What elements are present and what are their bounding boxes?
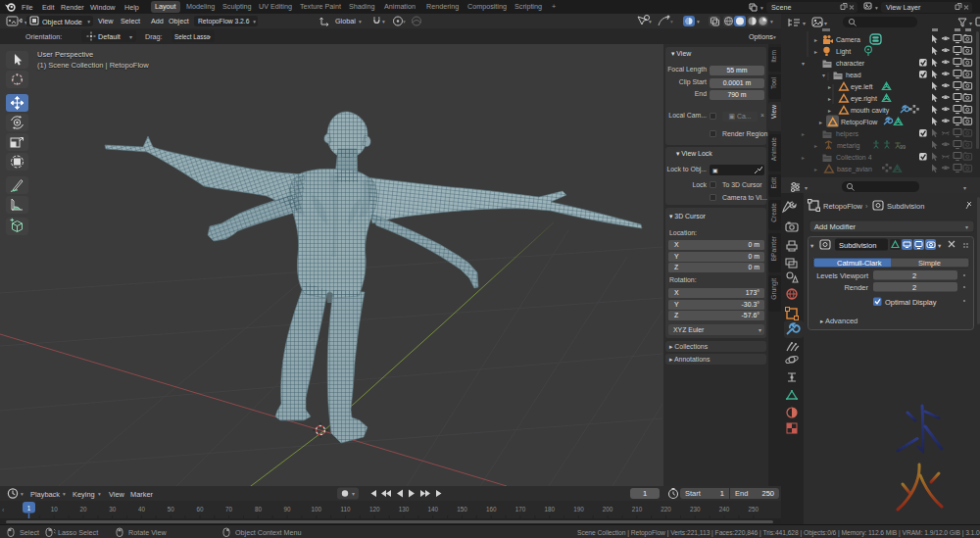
svg-text:Catmull-Clark: Catmull-Clark: [837, 259, 882, 268]
svg-text:20: 20: [79, 506, 87, 513]
svg-text:▸: ▸: [828, 96, 831, 102]
svg-text:220: 220: [661, 506, 671, 513]
svg-text:40: 40: [138, 506, 146, 513]
svg-text:character: character: [836, 60, 865, 67]
svg-text:▸: ▸: [814, 167, 817, 172]
svg-text:90: 90: [284, 506, 292, 513]
svg-text:›: ›: [865, 202, 868, 211]
svg-text:Add Modifier: Add Modifier: [814, 222, 857, 231]
svg-text:eye.right: eye.right: [851, 95, 877, 103]
svg-text:170: 170: [515, 506, 526, 513]
svg-text:180: 180: [544, 506, 555, 513]
svg-text:▸ Advanced: ▸ Advanced: [820, 317, 858, 325]
svg-text:Collection 4: Collection 4: [836, 154, 872, 161]
svg-text:▾: ▾: [760, 5, 763, 11]
svg-text:Levels Viewport: Levels Viewport: [816, 271, 869, 280]
svg-text:▸: ▸: [819, 120, 822, 125]
svg-text:head: head: [846, 72, 861, 78]
svg-text:▸: ▸: [814, 37, 817, 43]
svg-text:250: 250: [749, 506, 760, 513]
svg-text:RetopoFlow: RetopoFlow: [823, 202, 863, 211]
svg-text:80: 80: [255, 506, 263, 513]
svg-text:110: 110: [341, 506, 352, 513]
svg-text:30: 30: [109, 506, 117, 513]
svg-text:base_avian: base_avian: [837, 166, 872, 173]
svg-text:200: 200: [603, 506, 613, 513]
svg-text:100: 100: [312, 506, 322, 513]
svg-text:Camera: Camera: [836, 36, 860, 43]
svg-text:▾: ▾: [965, 224, 968, 230]
svg-text:▾: ▾: [352, 491, 355, 497]
svg-text:▾: ▾: [21, 491, 24, 497]
svg-text:▸: ▸: [802, 155, 805, 161]
svg-text:2: 2: [912, 283, 916, 292]
svg-text:10: 10: [51, 506, 59, 513]
svg-text:▸: ▸: [814, 143, 817, 149]
svg-text:130: 130: [399, 506, 410, 513]
svg-text:▾: ▾: [822, 73, 825, 78]
svg-text:140: 140: [427, 506, 438, 513]
svg-text:Simple: Simple: [918, 259, 941, 268]
svg-text:Render: Render: [844, 283, 868, 292]
svg-text:99: 99: [900, 144, 906, 150]
svg-text:▸: ▸: [814, 49, 817, 55]
svg-text:Subdivision: Subdivision: [887, 202, 924, 211]
svg-text:▾: ▾: [875, 5, 878, 11]
svg-text:Subdivision: Subdivision: [839, 241, 876, 250]
svg-text:RetopoFlow: RetopoFlow: [841, 119, 878, 126]
svg-text:60: 60: [196, 506, 204, 513]
svg-text:150: 150: [457, 506, 467, 513]
svg-text:120: 120: [369, 506, 380, 513]
svg-text:230: 230: [690, 506, 701, 513]
svg-text:2: 2: [912, 271, 916, 280]
svg-text:mouth cavity: mouth cavity: [851, 107, 890, 115]
svg-text:▸: ▸: [828, 108, 831, 114]
svg-text:50: 50: [168, 506, 175, 513]
svg-text:240: 240: [719, 506, 730, 513]
svg-text:210: 210: [632, 506, 643, 513]
svg-text:Optimal Display: Optimal Display: [885, 298, 937, 307]
svg-text:‹: ‹: [2, 507, 5, 514]
svg-text:metarig: metarig: [837, 142, 859, 150]
svg-text:▸: ▸: [802, 131, 805, 137]
svg-text:Light: Light: [836, 48, 851, 56]
svg-text:▾: ▾: [963, 185, 966, 191]
svg-text:▸: ▸: [828, 84, 831, 90]
svg-text:1: 1: [27, 505, 31, 512]
svg-text:190: 190: [573, 506, 584, 513]
svg-text:▾: ▾: [805, 185, 808, 191]
svg-text:70: 70: [225, 506, 233, 513]
svg-text:▾: ▾: [802, 61, 805, 67]
svg-text:160: 160: [486, 506, 497, 513]
svg-text:eye.left: eye.left: [851, 83, 873, 91]
svg-text:helpers: helpers: [836, 130, 858, 138]
